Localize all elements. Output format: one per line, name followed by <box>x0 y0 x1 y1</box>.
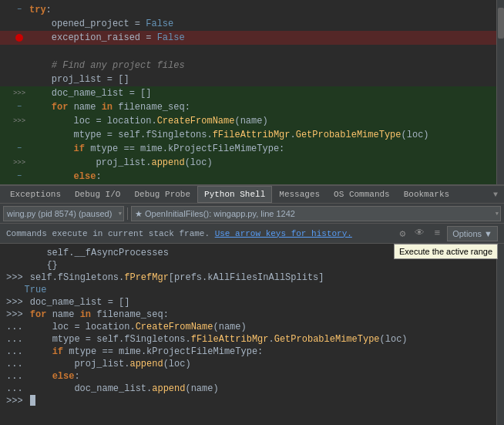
tab-python-shell[interactable]: Python Shell <box>197 186 272 203</box>
prompt: ... <box>6 358 29 370</box>
shell-content: else: <box>30 370 80 383</box>
shell-content: doc_name_list.append(name) <box>30 383 219 395</box>
code-content: loc = location.CreateFromName(name) <box>28 114 504 128</box>
shell-content: mtype = self.fSingletons.fFileAttribMgr.… <box>30 333 408 346</box>
prompt <box>6 259 23 272</box>
shell-line: True <box>6 284 498 296</box>
options-icons: ⚙ 👁 ≡ Options ▼ <box>398 226 498 241</box>
spacer-icon <box>14 19 25 29</box>
cursor <box>30 395 35 406</box>
code-line: # Find any project files <box>0 59 504 73</box>
code-line: opened_project = False <box>0 17 504 31</box>
prompt: >>> <box>6 395 29 407</box>
code-line-green: − for name in filename_seq: <box>0 100 504 114</box>
tab-bar: Exceptions Debug I/O Debug Probe Python … <box>0 185 504 204</box>
tab-dropdown[interactable]: ▼ <box>490 191 501 199</box>
shell-scrollbar[interactable] <box>496 244 504 425</box>
code-lines: − try: opened_project = False exception_… <box>0 0 504 185</box>
code-line-breakpoint: exception_raised = False <box>0 31 504 45</box>
code-line <box>0 45 504 59</box>
shell-line-input[interactable]: >>> <box>6 395 498 407</box>
eye-icon[interactable]: 👁 <box>412 227 427 240</box>
code-line: − try: <box>0 3 504 17</box>
tab-bookmarks[interactable]: Bookmarks <box>397 186 456 203</box>
shell-content: True <box>25 284 47 296</box>
code-content: opened_project = False <box>28 17 504 31</box>
arrow-right-icon: >>> <box>14 157 25 168</box>
shell-area[interactable]: self.__fAsyncProcesses {} >>> self.fSing… <box>0 244 504 425</box>
code-content: doc_name_list = [] <box>28 86 504 100</box>
code-content: # Find any project files <box>28 59 504 73</box>
code-content: try: <box>28 3 504 17</box>
code-line-green: − else: <box>0 170 504 184</box>
code-content: for name in filename_seq: <box>28 100 504 114</box>
editor-scrollbar[interactable] <box>496 0 504 184</box>
prompt: >>> <box>6 272 29 284</box>
code-line-green: >>> loc = location.CreateFromName(name) <box>0 114 504 128</box>
code-line-green: >>> proj_list.append(loc) <box>0 156 504 170</box>
shell-content: self.__fAsyncProcesses <box>25 247 169 259</box>
code-line-green: >>> doc_name_list.append(name) <box>0 184 504 185</box>
shell-line: ... loc = location.CreateFromName(name) <box>6 321 498 333</box>
shell-line: ... if mtype == mime.kProjectFileMimeTyp… <box>6 346 498 358</box>
prompt <box>6 247 23 259</box>
tab-debug-probe[interactable]: Debug Probe <box>127 186 197 203</box>
code-content: if mtype == mime.kProjectFileMimeType: <box>28 142 504 156</box>
gear-icon[interactable]: ⚙ <box>398 227 408 241</box>
code-content <box>28 45 504 59</box>
process-select[interactable]: wing.py (pid 8574) (paused) <box>3 206 124 221</box>
prompt: ... <box>6 370 29 383</box>
shell-content: self.fSingletons.fPrefMgr[prefs.kAllFile… <box>30 272 324 284</box>
shell-line: ... mtype = self.fSingletons.fFileAttrib… <box>6 333 498 346</box>
code-line: proj_list = [] <box>0 73 504 86</box>
shell-line: {} <box>6 259 498 272</box>
shell-content: for name in filename_seq: <box>30 309 169 321</box>
prompt: ... <box>6 383 29 395</box>
tab-messages[interactable]: Messages <box>272 186 327 203</box>
gutter-arrows: >>> <box>0 157 28 168</box>
breakpoint-icon <box>15 34 23 42</box>
gutter-arrows: >>> <box>0 88 28 99</box>
shell-line: ... proj_list.append(loc) <box>6 358 498 370</box>
minus-icon: − <box>14 102 25 113</box>
tab-os-commands[interactable]: OS Commands <box>327 186 397 203</box>
code-line-green: − if mtype == mime.kProjectFileMimeType: <box>0 142 504 156</box>
options-row: Commands execute in current stack frame.… <box>0 224 504 244</box>
tab-exceptions[interactable]: Exceptions <box>3 186 68 203</box>
code-content: doc_name_list.append(name) <box>28 184 504 185</box>
minus-icon: − <box>14 143 25 154</box>
prompt: ... <box>6 333 29 346</box>
shell-line: >>> doc_name_list = [] <box>6 296 498 309</box>
code-content: mtype = self.fSingletons.fFileAttribMgr.… <box>28 128 504 142</box>
stack-frame-select[interactable]: ★ OpenInitialFiles(): wingapp.py, line 1… <box>131 206 501 221</box>
editor-scrollbar-thumb <box>498 8 504 39</box>
gutter-minus: − <box>0 143 28 154</box>
toolbar-separator <box>127 207 128 220</box>
gutter <box>0 19 28 29</box>
options-button[interactable]: Options ▼ <box>447 226 498 241</box>
minus-icon: − <box>14 171 25 182</box>
gutter-minus: − <box>0 171 28 182</box>
code-content: else: <box>28 170 504 184</box>
code-content: proj_list = [] <box>28 73 504 86</box>
lines-icon[interactable]: ≡ <box>432 227 442 240</box>
code-content: proj_list.append(loc) <box>28 156 504 170</box>
shell-line: ... else: <box>6 370 498 383</box>
shell-line: >>> for name in filename_seq: <box>6 309 498 321</box>
shell-content: proj_list.append(loc) <box>30 358 191 370</box>
execute-tooltip: Execute the active range <box>394 244 498 259</box>
gutter-breakpoint <box>0 34 28 42</box>
code-line-green: >>> doc_name_list = [] <box>0 86 504 100</box>
history-link[interactable]: Use arrow keys for history. <box>215 229 352 238</box>
gutter: − <box>0 5 28 15</box>
toolbar-row: wing.py (pid 8574) (paused) ★ OpenInitia… <box>0 204 504 224</box>
arrow-right-icon: >>> <box>14 88 25 99</box>
options-text: Commands execute in current stack frame.… <box>6 229 398 238</box>
shell-content: {} <box>25 259 58 272</box>
tab-debug-io[interactable]: Debug I/O <box>68 186 127 203</box>
shell-content: if mtype == mime.kProjectFileMimeType: <box>30 346 264 358</box>
shell-line: ... doc_name_list.append(name) <box>6 383 498 395</box>
arrow-right-icon: >>> <box>14 116 25 126</box>
prompt: >>> <box>6 296 29 309</box>
minus-icon: − <box>14 5 25 15</box>
